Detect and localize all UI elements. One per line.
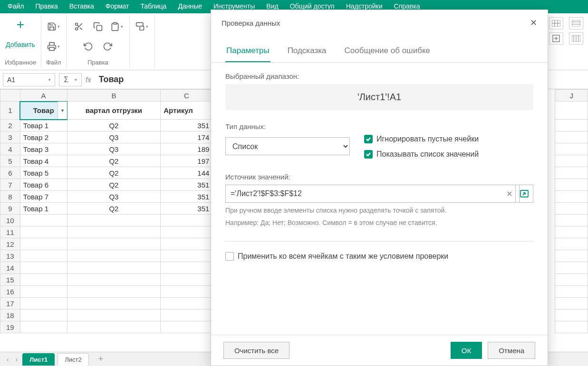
table-cell[interactable] bbox=[555, 226, 588, 238]
row-header[interactable]: 10 bbox=[0, 215, 20, 226]
ignore-blank-checkbox[interactable]: Игнорировать пустые ячейки bbox=[364, 135, 479, 143]
row-header[interactable]: 8 bbox=[0, 191, 20, 203]
sum-button[interactable]: Σ▾ bbox=[59, 73, 82, 86]
table-cell[interactable] bbox=[20, 250, 67, 262]
table-cell[interactable] bbox=[67, 226, 161, 238]
table-cell[interactable] bbox=[161, 215, 212, 226]
expand-icon[interactable] bbox=[549, 32, 563, 45]
table-cell[interactable]: Q3 bbox=[67, 143, 161, 155]
dropdown-handle-icon[interactable] bbox=[58, 102, 67, 119]
paste-icon[interactable]: ▾ bbox=[109, 19, 125, 34]
print-icon[interactable]: ▾ bbox=[46, 39, 61, 54]
close-icon[interactable]: ✕ bbox=[528, 16, 539, 30]
table-cell[interactable] bbox=[161, 274, 212, 286]
table-cell[interactable] bbox=[20, 298, 67, 310]
menu-data[interactable]: Данные bbox=[172, 0, 208, 13]
table-cell[interactable] bbox=[20, 286, 67, 298]
menu-table[interactable]: Таблица bbox=[135, 0, 173, 13]
table-cell[interactable] bbox=[20, 262, 67, 274]
menu-file[interactable]: Файл bbox=[2, 0, 29, 13]
cancel-button[interactable]: Отмена bbox=[488, 342, 535, 359]
table-cell[interactable] bbox=[555, 274, 588, 286]
table-cell[interactable] bbox=[555, 238, 588, 250]
table-cell[interactable]: Q2 bbox=[67, 120, 161, 131]
menu-format[interactable]: Формат bbox=[100, 0, 135, 13]
table-cell[interactable] bbox=[555, 179, 588, 191]
row-header[interactable]: 11 bbox=[0, 226, 20, 238]
grid-icon-2[interactable] bbox=[569, 17, 583, 29]
table-cell[interactable] bbox=[555, 286, 588, 298]
col-header-J[interactable]: J bbox=[555, 90, 588, 102]
table-cell[interactable]: Товар 1 bbox=[20, 203, 67, 215]
cell-C1[interactable]: Артикул bbox=[161, 102, 212, 120]
corner-cell[interactable] bbox=[0, 90, 20, 102]
table-cell[interactable]: Q2 bbox=[67, 203, 161, 215]
table-cell[interactable] bbox=[67, 238, 161, 250]
table-cell[interactable] bbox=[161, 250, 212, 262]
row-header[interactable]: 12 bbox=[0, 238, 20, 250]
paint-icon[interactable]: ▾ bbox=[135, 19, 150, 34]
table-cell[interactable] bbox=[20, 238, 67, 250]
ok-button[interactable]: ОК bbox=[451, 342, 482, 359]
row-header[interactable]: 18 bbox=[0, 310, 20, 321]
add-button[interactable]: + bbox=[13, 17, 28, 32]
row-header[interactable]: 2 bbox=[0, 120, 20, 131]
table-cell[interactable] bbox=[555, 167, 588, 179]
grid-icon-3[interactable] bbox=[569, 32, 583, 45]
table-cell[interactable] bbox=[67, 286, 161, 298]
tab-parameters[interactable]: Параметры bbox=[225, 42, 270, 62]
tab-error[interactable]: Сообщение об ошибке bbox=[343, 42, 431, 62]
cell-reference-input[interactable]: A1 ▾ bbox=[3, 73, 55, 86]
table-cell[interactable]: Q2 bbox=[67, 167, 161, 179]
grid-icon-1[interactable] bbox=[549, 17, 563, 29]
sheet-tab-2[interactable]: Лист2 bbox=[58, 353, 88, 366]
table-cell[interactable]: 174 bbox=[161, 131, 212, 143]
row-header[interactable]: 16 bbox=[0, 286, 20, 298]
row-header[interactable]: 19 bbox=[0, 321, 20, 333]
table-cell[interactable]: 351 bbox=[161, 191, 212, 203]
row-header-1[interactable]: 1 bbox=[0, 102, 20, 120]
table-cell[interactable]: 189 bbox=[161, 143, 212, 155]
tab-next-icon[interactable]: › bbox=[14, 356, 20, 363]
tab-prev-icon[interactable]: ‹ bbox=[5, 356, 11, 363]
table-cell[interactable]: 351 bbox=[161, 120, 212, 131]
cut-icon[interactable] bbox=[71, 19, 87, 34]
table-cell[interactable] bbox=[161, 262, 212, 274]
sheet-tab-1[interactable]: Лист1 bbox=[22, 353, 55, 366]
table-cell[interactable] bbox=[555, 131, 588, 143]
table-cell[interactable] bbox=[555, 262, 588, 274]
table-cell[interactable] bbox=[67, 274, 161, 286]
clear-all-button[interactable]: Очистить все bbox=[223, 342, 289, 359]
table-cell[interactable] bbox=[161, 226, 212, 238]
table-cell[interactable]: Q2 bbox=[67, 155, 161, 167]
row-header[interactable]: 5 bbox=[0, 155, 20, 167]
cell-A1[interactable]: Товар bbox=[20, 102, 67, 120]
table-cell[interactable] bbox=[67, 321, 161, 333]
menu-insert[interactable]: Вставка bbox=[64, 0, 100, 13]
apply-all-checkbox[interactable]: Применить ко всем ячейкам с таким же усл… bbox=[225, 252, 533, 261]
row-header[interactable]: 6 bbox=[0, 167, 20, 179]
col-header-A[interactable]: A bbox=[20, 90, 67, 102]
cell-B1[interactable]: вартал отгрузки bbox=[67, 102, 161, 120]
add-sheet-button[interactable]: + bbox=[92, 353, 110, 366]
table-cell[interactable] bbox=[555, 250, 588, 262]
table-cell[interactable]: Q3 bbox=[67, 191, 161, 203]
table-cell[interactable] bbox=[20, 226, 67, 238]
source-input[interactable] bbox=[225, 185, 520, 203]
table-cell[interactable] bbox=[555, 143, 588, 155]
row-header[interactable]: 14 bbox=[0, 262, 20, 274]
table-cell[interactable]: Товар 1 bbox=[20, 120, 67, 131]
table-cell[interactable] bbox=[67, 310, 161, 321]
table-cell[interactable]: 351 bbox=[161, 203, 212, 215]
table-cell[interactable]: Q3 bbox=[67, 131, 161, 143]
menu-edit[interactable]: Правка bbox=[29, 0, 63, 13]
table-cell[interactable] bbox=[161, 238, 212, 250]
col-header-C[interactable]: C bbox=[161, 90, 212, 102]
table-cell[interactable] bbox=[67, 250, 161, 262]
table-cell[interactable]: Товар 7 bbox=[20, 191, 67, 203]
table-cell[interactable]: 197 bbox=[161, 155, 212, 167]
row-header[interactable]: 7 bbox=[0, 179, 20, 191]
row-header[interactable]: 4 bbox=[0, 143, 20, 155]
table-cell[interactable] bbox=[20, 215, 67, 226]
table-cell[interactable] bbox=[555, 203, 588, 215]
